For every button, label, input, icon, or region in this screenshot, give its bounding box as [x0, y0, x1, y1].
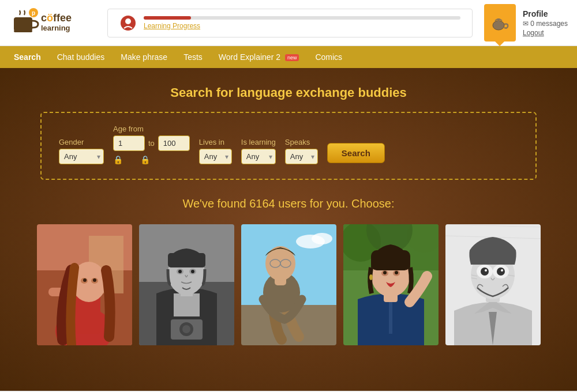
gender-select-wrapper[interactable]: Any Male Female	[59, 149, 104, 164]
progress-icon	[119, 14, 137, 32]
search-title: Search for language exchange buddies	[12, 85, 565, 100]
logo-area: p cöffee learning	[9, 7, 96, 39]
profile-logout[interactable]: Logout	[523, 29, 568, 37]
search-fields: Gender Any Male Female Age from to	[59, 125, 518, 164]
age-inputs: to	[113, 135, 190, 151]
age-to-label: to	[148, 139, 155, 148]
user-photo-2	[139, 224, 234, 345]
user-photo-1	[37, 224, 132, 345]
profile-name[interactable]: Profile	[523, 9, 568, 18]
is-learning-select[interactable]: Any	[241, 149, 276, 164]
svg-point-66	[501, 269, 503, 272]
svg-rect-1	[14, 30, 32, 32]
nav-item-chat-buddies[interactable]: Chat buddies	[49, 48, 113, 66]
search-box: Gender Any Male Female Age from to	[40, 112, 537, 180]
svg-rect-24	[168, 253, 205, 267]
svg-rect-47	[389, 299, 392, 334]
svg-point-27	[178, 270, 182, 273]
main-nav: Search Chat buddies Make phrase Tests Wo…	[0, 46, 577, 68]
progress-bar-track	[144, 16, 460, 20]
user-card[interactable]	[445, 224, 541, 345]
user-photo-4	[343, 224, 439, 345]
lives-in-label: Lives in	[199, 138, 232, 146]
speaks-select-wrapper[interactable]: Any	[285, 149, 318, 164]
results-title: We've found 6164 users for you. Choose:	[12, 197, 565, 210]
progress-bar-fill	[144, 16, 191, 20]
lives-in-select[interactable]: Any	[199, 149, 232, 164]
logo-icon: p	[9, 7, 41, 39]
profile-links: Profile ✉ 0 messages Logout	[523, 9, 568, 37]
svg-point-6	[493, 21, 504, 30]
user-card[interactable]	[241, 224, 336, 345]
speaks-field: Speaks Any	[285, 138, 318, 164]
is-learning-select-wrapper[interactable]: Any	[241, 149, 276, 164]
user-grid	[12, 224, 565, 345]
logo-subtext: learning	[41, 24, 72, 32]
svg-rect-0	[14, 17, 32, 31]
user-photo-5	[445, 224, 541, 345]
gender-label: Gender	[59, 138, 104, 146]
lock-icon-from: 🔒	[113, 155, 123, 164]
svg-point-28	[191, 270, 194, 273]
new-badge: new	[285, 54, 299, 61]
progress-area: Learning Progress	[107, 9, 473, 37]
svg-rect-50	[371, 250, 410, 270]
nav-item-comics[interactable]: Comics	[307, 48, 350, 66]
logo-name: cöffee	[41, 13, 72, 24]
header: p cöffee learning Learning Progress	[0, 0, 577, 46]
nav-item-make-phrase[interactable]: Make phrase	[113, 48, 175, 66]
search-button[interactable]: Search	[327, 143, 385, 163]
is-learning-field: Is learning Any	[241, 138, 276, 164]
svg-point-18	[93, 278, 96, 282]
progress-bar-container: Learning Progress	[144, 16, 460, 30]
age-icons: 🔒 🔒	[113, 155, 190, 164]
age-to-input[interactable]	[158, 135, 190, 151]
svg-point-65	[485, 269, 487, 272]
user-photo-3	[241, 224, 336, 345]
gender-select[interactable]: Any Male Female	[59, 149, 104, 164]
svg-point-5	[125, 18, 131, 24]
user-card[interactable]	[37, 224, 132, 345]
svg-point-54	[395, 271, 398, 274]
svg-rect-21	[174, 293, 200, 316]
lives-in-select-wrapper[interactable]: Any	[199, 149, 232, 164]
speaks-select[interactable]: Any	[285, 149, 318, 164]
gender-field: Gender Any Male Female	[59, 138, 104, 164]
svg-rect-7	[497, 18, 500, 21]
nav-item-tests[interactable]: Tests	[175, 48, 211, 66]
age-label: Age from	[113, 125, 190, 133]
svg-point-17	[83, 278, 87, 282]
profile-icon	[484, 4, 516, 42]
is-learning-label: Is learning	[241, 138, 276, 146]
svg-point-55	[369, 274, 373, 280]
svg-point-64	[497, 267, 505, 276]
svg-point-31	[182, 325, 190, 333]
progress-label[interactable]: Learning Progress	[144, 22, 460, 30]
profile-messages[interactable]: ✉ 0 messages	[523, 20, 568, 28]
nav-item-word-explainer[interactable]: Word Explainer 2 new	[211, 48, 308, 66]
lives-in-field: Lives in Any	[199, 138, 232, 164]
age-from-input[interactable]	[113, 135, 145, 151]
svg-point-35	[312, 233, 332, 244]
main-content: Search for language exchange buddies Gen…	[0, 68, 577, 391]
age-field: Age from to 🔒 🔒	[113, 125, 190, 164]
svg-point-53	[383, 271, 387, 274]
teapot-icon	[489, 13, 510, 33]
svg-point-63	[481, 267, 489, 276]
user-card[interactable]	[139, 224, 234, 345]
nav-item-search[interactable]: Search	[6, 48, 49, 66]
svg-text:p: p	[32, 10, 35, 16]
speaks-label: Speaks	[285, 138, 318, 146]
user-card[interactable]	[343, 224, 439, 345]
profile-area: Profile ✉ 0 messages Logout	[484, 4, 568, 42]
lock-icon-to: 🔒	[140, 155, 150, 164]
